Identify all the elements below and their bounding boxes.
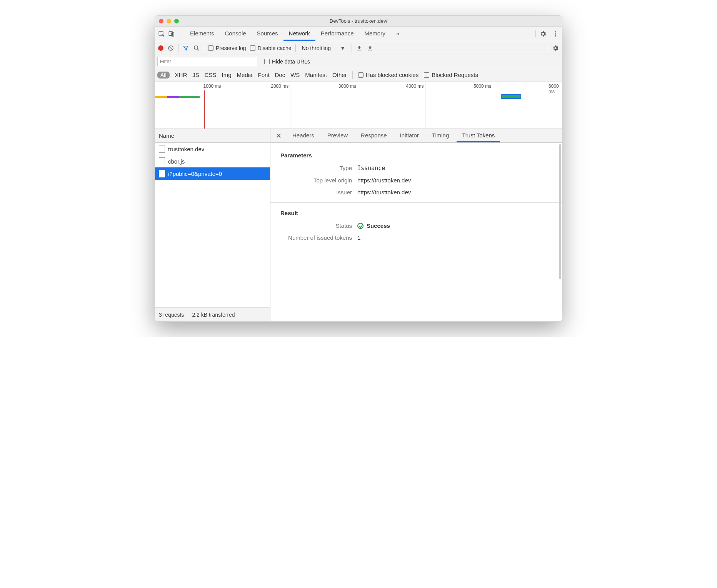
filter-icon[interactable] xyxy=(182,45,189,52)
param-origin-label: Top level origin xyxy=(280,177,357,184)
network-toolbar: Preserve log Disable cache No throttling… xyxy=(155,41,562,55)
timeline-bar xyxy=(155,96,167,98)
download-icon[interactable] xyxy=(367,45,374,52)
kebab-icon[interactable] xyxy=(552,30,559,37)
svg-point-7 xyxy=(194,46,198,49)
type-all[interactable]: All xyxy=(157,72,170,79)
gear-icon[interactable] xyxy=(540,30,547,37)
detail-tab-trusttokens[interactable]: Trust Tokens xyxy=(457,129,500,142)
type-css[interactable]: CSS xyxy=(205,72,217,78)
has-blocked-cookies-checkbox[interactable]: Has blocked cookies xyxy=(358,72,419,78)
result-issued-label: Number of issued tokens xyxy=(280,234,357,241)
param-issuer-label: Issuer xyxy=(280,189,357,195)
request-row[interactable]: i?public=0&private=0 xyxy=(155,167,270,180)
inspect-icon[interactable] xyxy=(158,30,165,37)
disable-cache-checkbox[interactable]: Disable cache xyxy=(250,45,292,51)
hide-data-urls-checkbox[interactable]: Hide data URLs xyxy=(264,58,310,65)
request-name: i?public=0&private=0 xyxy=(168,170,222,177)
upload-icon[interactable] xyxy=(356,45,363,52)
document-icon xyxy=(159,145,165,153)
request-list: trusttoken.dev cbor.js i?public=0&privat… xyxy=(155,143,270,307)
result-status-label: Status xyxy=(280,222,357,229)
request-list-footer: 3 requests 2.2 kB transferred xyxy=(155,307,270,321)
type-font[interactable]: Font xyxy=(258,72,269,78)
record-button[interactable] xyxy=(158,45,163,51)
trust-tokens-body: Parameters Type Issuance Top level origi… xyxy=(270,143,562,321)
clear-icon[interactable] xyxy=(167,45,174,52)
param-type-value: Issuance xyxy=(357,165,552,172)
param-type-label: Type xyxy=(280,165,357,172)
type-doc[interactable]: Doc xyxy=(275,72,285,78)
titlebar: DevTools - trusttoken.dev/ xyxy=(155,16,562,27)
detail-tab-headers[interactable]: Headers xyxy=(287,129,320,142)
success-icon xyxy=(357,223,364,229)
scrollbar[interactable] xyxy=(558,143,562,321)
tab-sources[interactable]: Sources xyxy=(252,27,283,41)
tab-elements[interactable]: Elements xyxy=(185,27,220,41)
param-issuer-value: https://trusttoken.dev xyxy=(357,189,552,195)
timeline-bar xyxy=(179,96,200,98)
svg-point-3 xyxy=(555,31,556,32)
document-icon xyxy=(159,170,165,177)
type-js[interactable]: JS xyxy=(192,72,199,78)
svg-point-5 xyxy=(555,35,556,36)
timeline-tick: 2000 ms xyxy=(271,84,290,89)
gear-icon[interactable] xyxy=(552,45,559,52)
network-timeline[interactable]: 1000 ms 2000 ms 3000 ms 4000 ms 5000 ms … xyxy=(155,82,562,129)
detail-tab-response[interactable]: Response xyxy=(355,129,392,142)
request-name: trusttoken.dev xyxy=(168,146,204,152)
svg-rect-1 xyxy=(169,32,172,36)
network-filterbar: Hide data URLs xyxy=(155,55,562,68)
type-manifest[interactable]: Manifest xyxy=(305,72,327,78)
timeline-selection xyxy=(501,94,521,99)
detail-tab-timing[interactable]: Timing xyxy=(427,129,454,142)
network-type-filter: All XHR JS CSS Img Media Font Doc WS Man… xyxy=(155,68,562,82)
search-icon[interactable] xyxy=(193,45,200,52)
filter-input[interactable] xyxy=(157,57,257,66)
hide-data-urls-label: Hide data URLs xyxy=(272,58,310,65)
timeline-tick: 3000 ms xyxy=(338,84,358,89)
timeline-bar xyxy=(167,96,180,98)
type-ws[interactable]: WS xyxy=(290,72,300,78)
request-details-panel: ✕ Headers Preview Response Initiator Tim… xyxy=(270,129,562,321)
timeline-tick: 6000 ms xyxy=(549,84,560,94)
request-list-panel: Name trusttoken.dev cbor.js i?public=0&p… xyxy=(155,129,270,321)
result-issued-value: 1 xyxy=(357,234,552,241)
request-name: cbor.js xyxy=(168,158,185,165)
document-icon xyxy=(159,157,165,165)
preserve-log-checkbox[interactable]: Preserve log xyxy=(208,45,246,51)
blocked-requests-checkbox[interactable]: Blocked Requests xyxy=(424,72,478,78)
request-list-header[interactable]: Name xyxy=(155,129,270,143)
tab-network[interactable]: Network xyxy=(283,27,315,41)
tab-overflow[interactable]: » xyxy=(391,27,405,41)
request-row[interactable]: cbor.js xyxy=(155,155,270,167)
detail-tabbar: ✕ Headers Preview Response Initiator Tim… xyxy=(270,129,562,143)
tab-performance[interactable]: Performance xyxy=(315,27,359,41)
throttling-select[interactable]: No throttling ▼ xyxy=(300,45,348,51)
timeline-tick: 5000 ms xyxy=(474,84,493,89)
detail-tab-initiator[interactable]: Initiator xyxy=(395,129,424,142)
type-xhr[interactable]: XHR xyxy=(175,72,187,78)
timeline-load-line xyxy=(204,90,205,129)
result-status-value: Success xyxy=(367,222,390,229)
tab-memory[interactable]: Memory xyxy=(359,27,391,41)
request-count: 3 requests xyxy=(159,312,184,318)
param-origin-value: https://trusttoken.dev xyxy=(357,177,552,184)
request-row[interactable]: trusttoken.dev xyxy=(155,143,270,155)
request-transferred: 2.2 kB transferred xyxy=(192,312,235,318)
type-img[interactable]: Img xyxy=(222,72,232,78)
type-media[interactable]: Media xyxy=(237,72,253,78)
devtools-window: DevTools - trusttoken.dev/ Elements Cons… xyxy=(155,15,562,322)
timeline-tick: 1000 ms xyxy=(203,84,223,89)
network-content: Name trusttoken.dev cbor.js i?public=0&p… xyxy=(155,129,562,321)
svg-point-4 xyxy=(555,33,556,34)
disable-cache-label: Disable cache xyxy=(258,45,292,51)
detail-tab-preview[interactable]: Preview xyxy=(322,129,353,142)
section-result-title: Result xyxy=(280,210,552,216)
tab-console[interactable]: Console xyxy=(220,27,252,41)
type-other[interactable]: Other xyxy=(332,72,347,78)
throttling-value: No throttling xyxy=(302,45,331,51)
device-toggle-icon[interactable] xyxy=(168,30,175,37)
preserve-log-label: Preserve log xyxy=(216,45,246,51)
close-icon[interactable]: ✕ xyxy=(273,132,285,140)
